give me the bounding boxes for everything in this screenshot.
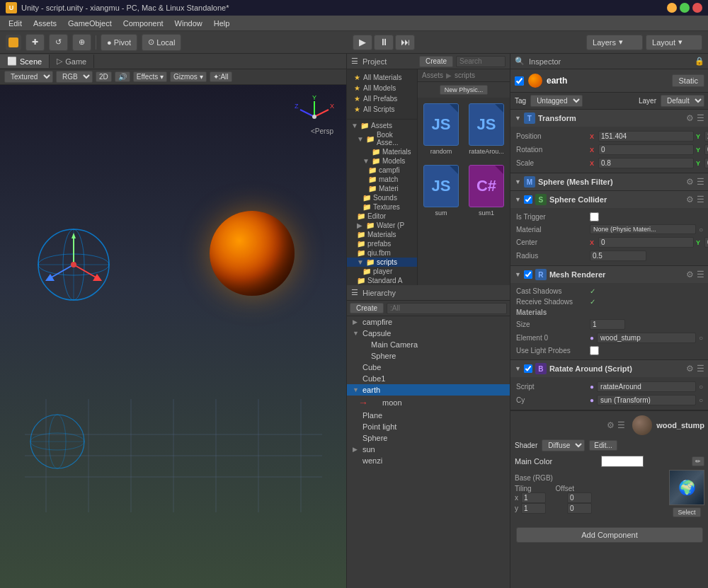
hier-moon[interactable]: → moon xyxy=(347,396,510,410)
tree-editor[interactable]: 📁 Editor xyxy=(347,212,417,221)
main-color-swatch[interactable] xyxy=(601,456,644,467)
radius-input[interactable] xyxy=(590,250,646,261)
project-search[interactable] xyxy=(456,56,506,67)
tree-textures[interactable]: 📁 Textures xyxy=(347,202,417,212)
audio-toggle[interactable]: 🔊 xyxy=(115,71,130,82)
element0-picker[interactable]: ○ xyxy=(699,334,703,342)
tree-prefabs[interactable]: 📁 prefabs xyxy=(347,239,417,248)
script-picker[interactable]: ○ xyxy=(699,383,703,391)
hier-cube1[interactable]: Cube1 xyxy=(347,373,510,384)
hier-capsule[interactable]: ▼ Capsule xyxy=(347,328,510,339)
hier-point-light[interactable]: Point light xyxy=(347,421,510,432)
menu-icon[interactable]: ☰ xyxy=(697,177,704,187)
file-ratate[interactable]: JS ratateArou... xyxy=(466,100,507,158)
comp-transform-header[interactable]: ▼ T Transform ⚙ ☰ xyxy=(510,110,708,127)
settings-icon[interactable]: ⚙ xyxy=(686,364,694,374)
hierarchy-search[interactable] xyxy=(387,303,507,314)
tiling-y-input[interactable] xyxy=(521,503,546,514)
is-trigger-checkbox[interactable] xyxy=(590,212,599,221)
settings-icon[interactable]: ⚙ xyxy=(686,270,694,279)
hier-sun[interactable]: ▶ sun xyxy=(347,444,510,455)
fav-all-materials[interactable]: ★ All Materials xyxy=(350,72,414,83)
fav-all-prefabs[interactable]: ★ All Prefabs xyxy=(350,93,414,104)
script-enabled[interactable] xyxy=(524,364,532,373)
hierarchy-create-btn[interactable]: Create xyxy=(350,303,384,313)
hier-earth[interactable]: ▼ earth xyxy=(347,384,510,396)
comp-script-header[interactable]: ▼ B Ratate Around (Script) ⚙ ☰ xyxy=(510,360,708,377)
breadcrumb-scripts[interactable]: scripts xyxy=(455,71,475,79)
tree-materials[interactable]: 📁 Materials xyxy=(347,147,417,156)
fav-all-models[interactable]: ★ All Models xyxy=(350,83,414,93)
offset-x-input[interactable] xyxy=(567,492,592,503)
layers-dropdown[interactable]: Layers ▾ xyxy=(586,35,643,50)
breadcrumb-assets[interactable]: Assets xyxy=(422,71,443,79)
tab-scene[interactable]: ⬜ Scene xyxy=(0,54,50,68)
pos-x-input[interactable] xyxy=(598,131,694,142)
tree-scripts[interactable]: ▼ 📁 scripts xyxy=(347,258,417,267)
pivot-button[interactable]: ● Pivot xyxy=(101,34,137,51)
channel-select[interactable]: RGB xyxy=(56,71,93,83)
comp-collider-header[interactable]: ▼ S Sphere Collider ⚙ ☰ xyxy=(510,191,708,208)
tree-water[interactable]: ▶ 📁 Water (P xyxy=(347,221,417,230)
translate-tool[interactable]: ✚ xyxy=(25,34,45,51)
new-physic-btn[interactable]: New Physic... xyxy=(440,85,489,95)
menu-gameobject[interactable]: GameObject xyxy=(62,18,118,29)
lock-icon[interactable]: 🔒 xyxy=(695,57,704,66)
material-picker[interactable]: ○ xyxy=(699,226,703,234)
static-button[interactable]: Static xyxy=(672,74,704,87)
sc-x-input[interactable] xyxy=(598,158,694,168)
file-sum[interactable]: JS sum xyxy=(421,162,462,219)
scene-view[interactable]: X Y Z <Persp xyxy=(0,85,346,588)
play-button[interactable]: ▶ xyxy=(353,35,372,50)
tree-match[interactable]: 📁 match xyxy=(347,175,417,184)
settings-icon[interactable]: ⚙ xyxy=(686,177,694,187)
tag-select[interactable]: Untagged xyxy=(530,95,583,107)
menu-window[interactable]: Window xyxy=(169,18,208,29)
menu-icon[interactable]: ☰ xyxy=(697,195,704,204)
menu-edit[interactable]: Edit xyxy=(3,18,28,29)
light-probes-checkbox[interactable] xyxy=(590,346,599,355)
center-y-input[interactable] xyxy=(704,237,708,248)
2d-toggle[interactable]: 2D xyxy=(96,71,112,82)
tree-player[interactable]: 📁 player xyxy=(347,267,417,276)
fav-all-scripts[interactable]: ★ All Scripts xyxy=(350,104,414,115)
tab-game[interactable]: ▷ Game xyxy=(50,54,94,68)
rotate-tool[interactable]: ↺ xyxy=(49,34,68,51)
add-component-button[interactable]: Add Component xyxy=(516,527,703,543)
size-input[interactable] xyxy=(590,319,625,330)
comp-renderer-header[interactable]: ▼ R Mesh Renderer ⚙ ☰ xyxy=(510,266,708,283)
edit-shader-btn[interactable]: Edit... xyxy=(589,440,617,451)
settings-icon[interactable]: ⚙ xyxy=(607,420,615,430)
maximize-button[interactable] xyxy=(680,3,690,13)
pause-button[interactable]: ⏸ xyxy=(374,35,394,50)
hier-campfire[interactable]: ▶ campfire xyxy=(347,316,510,328)
all-btn[interactable]: ✦:All xyxy=(210,71,232,82)
rot-y-input[interactable] xyxy=(704,144,708,155)
menu-icon[interactable]: ☰ xyxy=(617,420,625,430)
file-random[interactable]: JS random xyxy=(421,100,462,158)
menu-icon[interactable]: ☰ xyxy=(697,364,704,374)
menu-assets[interactable]: Assets xyxy=(28,18,62,29)
comp-mesh-header[interactable]: ▼ M Sphere (Mesh Filter) ⚙ ☰ xyxy=(510,173,708,190)
object-active-toggle[interactable] xyxy=(515,76,524,86)
tree-campfi[interactable]: 📁 campfi xyxy=(347,166,417,175)
tree-materials2[interactable]: 📁 Materials xyxy=(347,230,417,239)
collider-enabled[interactable] xyxy=(524,195,532,204)
tree-models[interactable]: ▼ 📁 Models xyxy=(347,156,417,166)
tiling-x-input[interactable] xyxy=(521,492,546,503)
effects-btn[interactable]: Effects ▾ xyxy=(133,71,167,82)
step-button[interactable]: ⏭ xyxy=(395,35,415,50)
settings-icon[interactable]: ⚙ xyxy=(686,195,694,204)
cy-picker[interactable]: ○ xyxy=(699,396,703,404)
shader-select[interactable]: Diffuse xyxy=(542,439,585,451)
rot-x-input[interactable] xyxy=(598,144,694,155)
menu-help[interactable]: Help xyxy=(208,18,236,29)
select-texture-btn[interactable]: Select xyxy=(673,507,700,517)
hier-wenzi[interactable]: wenzi xyxy=(347,455,510,466)
center-x-input[interactable] xyxy=(598,237,694,248)
layer-select[interactable]: Default xyxy=(661,95,704,107)
menu-icon[interactable]: ☰ xyxy=(697,113,704,123)
settings-icon[interactable]: ⚙ xyxy=(686,113,694,123)
tree-materi[interactable]: 📁 Materi xyxy=(347,184,417,193)
texture-thumbnail[interactable]: 🌍 xyxy=(669,470,704,505)
